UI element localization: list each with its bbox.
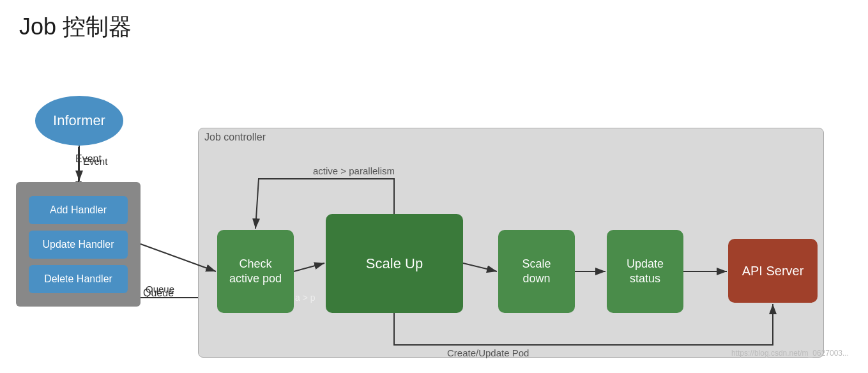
event-label: Event — [75, 153, 102, 165]
a-gt-p-label: a > p — [295, 293, 316, 303]
informer-ellipse: Informer — [35, 96, 123, 146]
queue-arrow — [141, 297, 204, 298]
delete-handler-btn[interactable]: Delete Handler — [29, 265, 128, 293]
handler-box: Add Handler Update Handler Delete Handle… — [16, 182, 141, 307]
update-status-box: Updatestatus — [607, 230, 683, 313]
diagram-area: Informer Event Add Handler Update Handle… — [0, 51, 868, 364]
add-handler-btn[interactable]: Add Handler — [29, 196, 128, 224]
update-handler-btn[interactable]: Update Handler — [29, 231, 128, 259]
scale-up-box: Scale Up — [326, 214, 463, 313]
page-title: Job 控制器 — [0, 0, 868, 49]
api-server-box: API Server — [728, 239, 818, 303]
job-controller-label: Job controller — [204, 132, 266, 143]
check-pod-box: Checkactive pod — [217, 230, 294, 313]
watermark: https://blog.csdn.net/m_0627003... — [731, 349, 849, 358]
scale-down-box: Scaledown — [498, 230, 575, 313]
